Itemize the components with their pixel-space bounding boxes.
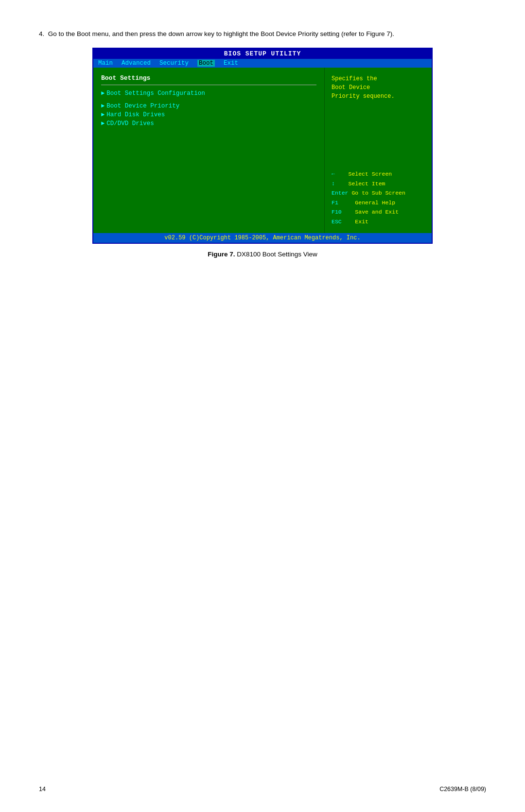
bios-title-bar: BIOS SETUP UTILITY [93, 49, 432, 59]
bios-title: BIOS SETUP UTILITY [224, 50, 301, 57]
key-select-screen: ← Select Screen [332, 169, 425, 179]
key-f10: F10 Save and Exit [332, 207, 425, 217]
arrow-icon-4: ► [101, 120, 105, 127]
key-label-enter: Enter [332, 190, 349, 196]
key-desc-enter: Go to Sub Screen [351, 190, 405, 196]
menu-exit: Exit [224, 60, 238, 67]
instruction-number: 4. [39, 30, 44, 37]
figure-label: Figure 7. [208, 251, 235, 258]
key-label-esc: ESC [332, 218, 342, 225]
key-f1: F1 General Help [332, 198, 425, 208]
bios-screenshot: BIOS SETUP UTILITY Main Advanced Securit… [92, 48, 433, 244]
entry-label-2: Boot Device Priority [106, 103, 179, 109]
bios-entry-boot-device-priority: ► Boot Device Priority [101, 103, 316, 109]
menu-security: Security [159, 60, 189, 67]
help-line-1: Specifies the [332, 74, 425, 83]
bios-body: Boot Settings ► Boot Settings Configurat… [93, 68, 432, 233]
figure-caption: Figure 7. DX8100 Boot Settings View [39, 251, 486, 258]
entry-label-4: CD/DVD Drives [106, 120, 154, 127]
menu-boot: Boot [197, 60, 215, 67]
key-label-arrow: ← [332, 171, 335, 177]
figure-caption-text: DX8100 Boot Settings View [237, 251, 317, 258]
bios-entry-cddvd: ► CD/DVD Drives [101, 120, 316, 127]
bios-footer-text: v02.59 (C)Copyright 1985-2005, American … [164, 235, 360, 241]
key-label-updown: ↕ [332, 180, 335, 187]
key-label-f10: F10 [332, 209, 342, 215]
page-number: 14 [39, 786, 46, 793]
key-enter: Enter Go to Sub Screen [332, 188, 425, 198]
page-footer: 14 C2639M-B (8/09) [39, 786, 486, 793]
help-line-2: Boot Device [332, 83, 425, 92]
instruction-body: Go to the Boot menu, and then press the … [48, 30, 394, 37]
arrow-icon-3: ► [101, 111, 105, 118]
menu-advanced: Advanced [122, 60, 151, 67]
key-desc-f1: General Help [355, 199, 395, 206]
bios-keys: ← Select Screen ↕ Select Item Enter Go t… [332, 169, 425, 226]
key-esc: ESC Exit [332, 217, 425, 227]
bios-footer: v02.59 (C)Copyright 1985-2005, American … [93, 233, 432, 243]
bios-menu-bar: Main Advanced Security Boot Exit [93, 59, 432, 68]
bios-right-panel: Specifies the Boot Device Priority seque… [325, 68, 432, 233]
entry-label-3: Hard Disk Drives [106, 111, 165, 118]
bios-entry-hard-disk: ► Hard Disk Drives [101, 111, 316, 118]
instruction-text: 4. Go to the Boot menu, and then press t… [39, 29, 486, 39]
key-desc-f10: Save and Exit [355, 209, 399, 215]
bios-help-text: Specifies the Boot Device Priority seque… [332, 74, 425, 101]
entry-label-1: Boot Settings Configuration [106, 90, 205, 97]
menu-main: Main [98, 60, 113, 67]
doc-id: C2639M-B (8/09) [439, 786, 486, 793]
arrow-icon-1: ► [101, 90, 105, 97]
key-desc-select-screen: Select Screen [349, 171, 392, 177]
page-content: 4. Go to the Boot menu, and then press t… [0, 0, 525, 292]
bios-left-panel: Boot Settings ► Boot Settings Configurat… [93, 68, 325, 233]
help-line-3: Priority sequence. [332, 92, 425, 101]
arrow-icon-2: ► [101, 103, 105, 109]
key-desc-esc: Exit [355, 218, 368, 225]
key-label-f1: F1 [332, 199, 338, 206]
bios-section-title: Boot Settings [101, 74, 316, 82]
key-select-item: ↕ Select Item [332, 179, 425, 189]
bios-divider [101, 85, 316, 85]
key-desc-select-item: Select Item [349, 180, 385, 187]
bios-entry-boot-settings-config: ► Boot Settings Configuration [101, 90, 316, 97]
